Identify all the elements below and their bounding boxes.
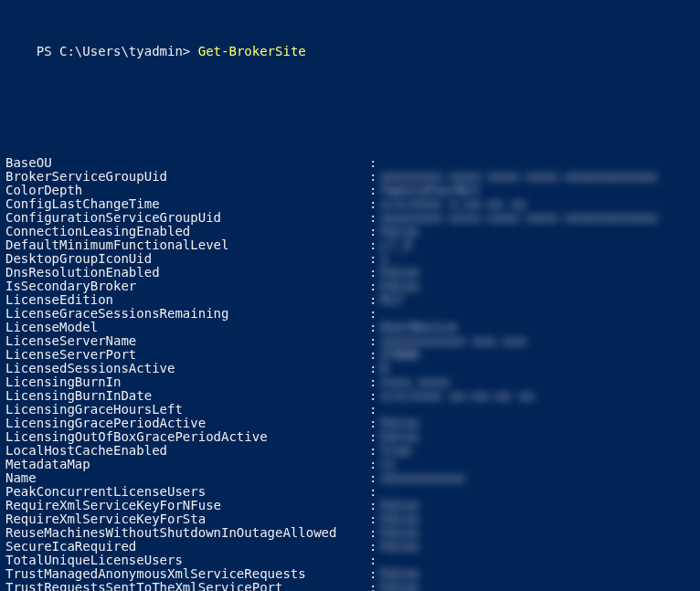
property-value: False	[380, 567, 695, 581]
command: Get-BrokerSite	[198, 44, 306, 58]
colon: :	[369, 499, 380, 512]
property-key: LicenseModel	[5, 321, 369, 334]
property-key: RequireXmlServiceKeyForNFuse	[5, 499, 369, 512]
property-value: False	[380, 430, 695, 444]
property-row: BaseOU:	[5, 156, 695, 170]
property-key: LicensingBurnInDate	[5, 389, 369, 403]
property-value: xxxxxxxx-xxxx-xxxx-xxxx-xxxxxxxxxxxx	[380, 170, 695, 184]
colon: :	[369, 403, 380, 417]
powershell-terminal[interactable]: PS C:\Users\tyadmin> Get-BrokerSite Base…	[0, 0, 700, 591]
property-key: LicenseServerPort	[5, 348, 369, 362]
colon: :	[369, 225, 380, 238]
property-row: TrustManagedAnonymousXmlServiceRequests:…	[5, 567, 695, 581]
colon: :	[369, 471, 380, 485]
property-key: MetadataMap	[5, 458, 369, 471]
property-value: xxxx.xxxx	[380, 375, 695, 389]
property-key: PeakConcurrentLicenseUsers	[5, 485, 369, 499]
property-key: ConfigLastChangeTime	[5, 197, 369, 211]
property-value: x/x/xxxx x:xx:xx xx	[380, 197, 695, 211]
property-row: ConnectionLeasingEnabled:False	[5, 225, 695, 238]
blank-space	[5, 101, 695, 129]
colon: :	[369, 567, 380, 581]
property-value: False	[380, 512, 695, 526]
property-value: False	[380, 280, 695, 293]
property-key: LicensingOutOfBoxGracePeriodActive	[5, 430, 369, 444]
property-value: xxxxxxxx-xxxx-xxxx-xxxx-xxxxxxxxxxxx	[380, 211, 695, 225]
property-key: SecureIcaRequired	[5, 540, 369, 554]
property-key: BrokerServiceGroupUid	[5, 170, 369, 184]
property-value: PLT	[380, 293, 695, 307]
property-value: False	[380, 526, 695, 540]
colon: :	[369, 197, 380, 211]
colon: :	[369, 184, 380, 197]
property-value: 1	[380, 252, 695, 266]
property-value: L7_9	[380, 238, 695, 252]
property-row: PeakConcurrentLicenseUsers:	[5, 485, 695, 499]
property-value: True	[380, 444, 695, 458]
property-row: RequireXmlServiceKeyForSta:False	[5, 512, 695, 526]
colon: :	[369, 526, 380, 540]
property-value: False	[380, 225, 695, 238]
colon: :	[369, 362, 380, 375]
property-key: RequireXmlServiceKeyForSta	[5, 512, 369, 526]
property-row: SecureIcaRequired:False	[5, 540, 695, 554]
colon: :	[369, 238, 380, 252]
property-row: LicensingGraceHoursLeft:	[5, 403, 695, 417]
property-key: LicenseEdition	[5, 293, 369, 307]
property-value: x/x/xxxx xx:xx:xx xx	[380, 389, 695, 403]
colon: :	[369, 280, 380, 293]
colon: :	[369, 293, 380, 307]
property-row: LicensingBurnIn:xxxx.xxxx	[5, 375, 695, 389]
property-row: BrokerServiceGroupUid:xxxxxxxx-xxxx-xxxx…	[5, 170, 695, 184]
property-key: BaseOU	[5, 156, 369, 170]
property-value: False	[380, 499, 695, 512]
property-row: LicensingOutOfBoxGracePeriodActive:False	[5, 430, 695, 444]
property-row: LicenseGraceSessionsRemaining:	[5, 307, 695, 321]
property-row: ReuseMachinesWithoutShutdownInOutageAllo…	[5, 526, 695, 540]
colon: :	[369, 417, 380, 430]
property-value: xxxxxxxxxxx	[380, 471, 695, 485]
colon: :	[369, 348, 380, 362]
property-row: MetadataMap:{}	[5, 458, 695, 471]
property-row: LicenseModel:UserDevice	[5, 321, 695, 334]
property-value: 0	[380, 362, 695, 375]
colon: :	[369, 540, 380, 554]
output-properties: BaseOU:BrokerServiceGroupUid:xxxxxxxx-xx…	[5, 156, 695, 591]
colon: :	[369, 554, 380, 567]
property-value: TwentyFourBit	[380, 184, 695, 197]
colon: :	[369, 375, 380, 389]
colon: :	[369, 458, 380, 471]
property-row: LicenseServerName:xxxxxxxxxxx-xxx.xxx	[5, 334, 695, 348]
property-key: Name	[5, 471, 369, 485]
property-row: LocalHostCacheEnabled:True	[5, 444, 695, 458]
colon: :	[369, 389, 380, 403]
property-key: ConnectionLeasingEnabled	[5, 225, 369, 238]
colon: :	[369, 334, 380, 348]
colon: :	[369, 252, 380, 266]
property-key: ReuseMachinesWithoutShutdownInOutageAllo…	[5, 526, 369, 540]
property-key: DesktopGroupIconUid	[5, 252, 369, 266]
property-row: DesktopGroupIconUid:1	[5, 252, 695, 266]
colon: :	[369, 512, 380, 526]
property-value: False	[380, 417, 695, 430]
property-key: LicensedSessionsActive	[5, 362, 369, 375]
property-value: 27000	[380, 348, 695, 362]
property-key: LicenseGraceSessionsRemaining	[5, 307, 369, 321]
property-key: TrustRequestsSentToTheXmlServicePort	[5, 581, 369, 591]
property-row: TrustRequestsSentToTheXmlServicePort:Fal…	[5, 581, 695, 591]
property-row: DefaultMinimumFunctionalLevel:L7_9	[5, 238, 695, 252]
property-key: DefaultMinimumFunctionalLevel	[5, 238, 369, 252]
property-key: LicenseServerName	[5, 334, 369, 348]
property-value: xxxxxxxxxxx-xxx.xxx	[380, 334, 695, 348]
prompt-line: PS C:\Users\tyadmin> Get-BrokerSite	[5, 31, 695, 72]
property-value: False	[380, 581, 695, 591]
property-key: LicensingBurnIn	[5, 375, 369, 389]
property-row: LicenseServerPort:27000	[5, 348, 695, 362]
property-key: ConfigurationServiceGroupUid	[5, 211, 369, 225]
property-key: ColorDepth	[5, 184, 369, 197]
property-row: LicenseEdition:PLT	[5, 293, 695, 307]
colon: :	[369, 170, 380, 184]
property-key: LocalHostCacheEnabled	[5, 444, 369, 458]
property-row: LicensingBurnInDate:x/x/xxxx xx:xx:xx xx	[5, 389, 695, 403]
property-value: False	[380, 540, 695, 554]
